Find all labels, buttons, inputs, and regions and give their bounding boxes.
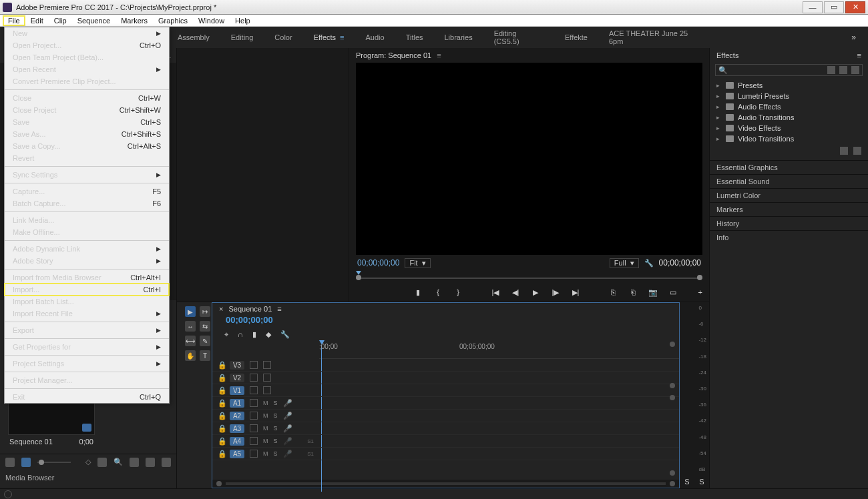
tree-lumetri[interactable]: ▸Lumetri Presets: [716, 91, 861, 101]
panel-menu-icon[interactable]: ≡: [277, 305, 281, 313]
program-monitor[interactable]: [356, 63, 702, 255]
find-icon[interactable]: 🔍: [114, 458, 123, 466]
menu-item-close[interactable]: CloseCtrl+W: [5, 92, 169, 104]
rolling-tool[interactable]: ⇆: [200, 321, 210, 332]
trash-icon[interactable]: [162, 458, 171, 467]
rate-tool[interactable]: ⟷: [185, 336, 196, 346]
menu-item-save[interactable]: SaveCtrl+S: [5, 116, 169, 128]
voiceover-icon[interactable]: 🎤: [283, 424, 292, 433]
menu-item-adobe-story[interactable]: Adobe Story▶: [5, 255, 169, 267]
track-v1[interactable]: V1: [230, 386, 244, 395]
button-editor-icon[interactable]: +: [698, 288, 702, 296]
workspace-editing[interactable]: Editing: [220, 33, 264, 41]
sync-lock-icon[interactable]: [263, 361, 271, 369]
vscroll-handle[interactable]: [670, 395, 675, 400]
tab-media-browser[interactable]: Media Browser: [0, 471, 59, 486]
menu-item-import-recent-file[interactable]: Import Recent File▶: [5, 308, 169, 320]
new-item-icon[interactable]: [146, 458, 155, 467]
track-a3[interactable]: A3: [230, 424, 244, 433]
icon-view-icon[interactable]: [21, 458, 31, 467]
zoom-handle[interactable]: [670, 342, 675, 347]
mute-icon[interactable]: [250, 437, 258, 445]
tree-video-fx[interactable]: ▸Video Effects: [716, 123, 861, 133]
new-bin-icon[interactable]: [840, 147, 848, 155]
track-a2[interactable]: A2: [230, 412, 244, 420]
fx-badge-icon[interactable]: [851, 66, 859, 74]
goto-in-icon[interactable]: |◀: [491, 288, 500, 297]
menu-item-import-batch-list-[interactable]: Import Batch List...: [5, 296, 169, 308]
panel-history[interactable]: History: [710, 216, 868, 230]
solo-right[interactable]: S: [699, 478, 704, 486]
menu-window[interactable]: Window: [193, 16, 230, 25]
menu-item-export[interactable]: Export▶: [5, 324, 169, 336]
lock-icon[interactable]: 🔒: [218, 450, 224, 458]
lift-icon[interactable]: ⎘: [608, 288, 618, 297]
workspace-audio[interactable]: Audio: [355, 33, 395, 41]
lock-icon[interactable]: 🔒: [218, 374, 224, 382]
track-v3[interactable]: V3: [230, 361, 244, 370]
lock-icon[interactable]: 🔒: [218, 424, 224, 433]
track-select-tool[interactable]: ↦: [200, 306, 210, 317]
fx-badge-icon[interactable]: [839, 66, 847, 74]
program-scrubber[interactable]: [356, 271, 702, 283]
menu-sequence[interactable]: Sequence: [72, 16, 116, 25]
effects-search[interactable]: 🔍: [715, 64, 863, 76]
lock-icon[interactable]: 🔒: [218, 412, 224, 420]
camera-icon[interactable]: 📷: [648, 288, 658, 297]
tree-video-trans[interactable]: ▸Video Transitions: [716, 133, 861, 144]
panel-menu-icon[interactable]: ≡: [857, 51, 861, 59]
maximize-button[interactable]: ▭: [824, 1, 844, 13]
compare-icon[interactable]: ▭: [668, 288, 678, 297]
menu-item-revert[interactable]: Revert: [5, 152, 169, 164]
menu-item-save-a-copy-[interactable]: Save a Copy...Ctrl+Alt+S: [5, 140, 169, 152]
tree-presets[interactable]: ▸Presets: [716, 80, 861, 91]
workspace-effects[interactable]: Effects≡: [303, 33, 355, 41]
auto-seq-icon[interactable]: [97, 458, 107, 467]
voiceover-icon[interactable]: 🎤: [283, 412, 292, 420]
menu-markers[interactable]: Markers: [116, 16, 153, 25]
timeline-timecode[interactable]: 00;00;00;00: [212, 315, 679, 328]
list-view-icon[interactable]: [5, 458, 15, 467]
menu-item-get-properties-for[interactable]: Get Properties for▶: [5, 341, 169, 353]
tab-effects[interactable]: Effects: [716, 51, 738, 59]
panel-markers[interactable]: Markers: [710, 202, 868, 216]
workspace-ace[interactable]: ACE THEATER June 25 6pm: [598, 29, 714, 45]
step-back-icon[interactable]: ◀|: [511, 288, 520, 297]
workspace-libraries[interactable]: Libraries: [434, 33, 483, 41]
voiceover-icon[interactable]: 🎤: [283, 399, 292, 408]
voiceover-icon[interactable]: 🎤: [283, 450, 292, 458]
menu-item-convert-premiere-clip-project-[interactable]: Convert Premiere Clip Project...: [5, 75, 169, 87]
menu-item-import-from-media-browser[interactable]: Import from Media BrowserCtrl+Alt+I: [5, 272, 169, 284]
eye-icon[interactable]: [250, 386, 258, 394]
timeline-seq-name[interactable]: Sequence 01: [228, 305, 272, 313]
voiceover-icon[interactable]: 🎤: [283, 437, 292, 446]
hand-tool[interactable]: ✋: [185, 350, 196, 361]
marker-icon[interactable]: ▮: [413, 288, 423, 297]
eye-icon[interactable]: [250, 361, 258, 369]
pen-tool[interactable]: ✎: [200, 336, 210, 346]
eye-icon[interactable]: [250, 374, 258, 382]
ripple-tool[interactable]: ↔: [185, 321, 196, 332]
menu-clip[interactable]: Clip: [49, 16, 72, 25]
menu-item-sync-settings[interactable]: Sync Settings▶: [5, 169, 169, 181]
in-point-icon[interactable]: {: [433, 288, 443, 297]
fx-badge-icon[interactable]: [827, 66, 835, 74]
workspace-effekte[interactable]: Effekte: [554, 33, 598, 41]
zoom-fit-select[interactable]: Fit▾: [405, 258, 430, 268]
workspace-editing55[interactable]: Editing (CS5.5): [483, 29, 554, 45]
menu-item-close-project[interactable]: Close ProjectCtrl+Shift+W: [5, 104, 169, 116]
sort-icon[interactable]: ◇: [85, 458, 91, 466]
panel-menu-icon[interactable]: ≡: [437, 51, 441, 59]
add-marker-icon[interactable]: ◆: [266, 330, 271, 339]
workspace-titles[interactable]: Titles: [395, 33, 434, 41]
menu-item-open-team-project-beta-[interactable]: Open Team Project (Beta)...: [5, 51, 169, 63]
track-a4[interactable]: A4: [230, 437, 244, 446]
lock-icon[interactable]: 🔒: [218, 437, 224, 446]
minimize-button[interactable]: —: [803, 1, 823, 13]
menu-item-link-media-[interactable]: Link Media...: [5, 214, 169, 226]
menu-item-capture-[interactable]: Capture...F5: [5, 185, 169, 197]
menu-item-import-[interactable]: Import...Ctrl+I: [5, 284, 169, 296]
settings-icon[interactable]: 🔧: [280, 330, 290, 339]
sync-lock-icon[interactable]: [263, 386, 271, 394]
track-v2[interactable]: V2: [230, 374, 244, 382]
